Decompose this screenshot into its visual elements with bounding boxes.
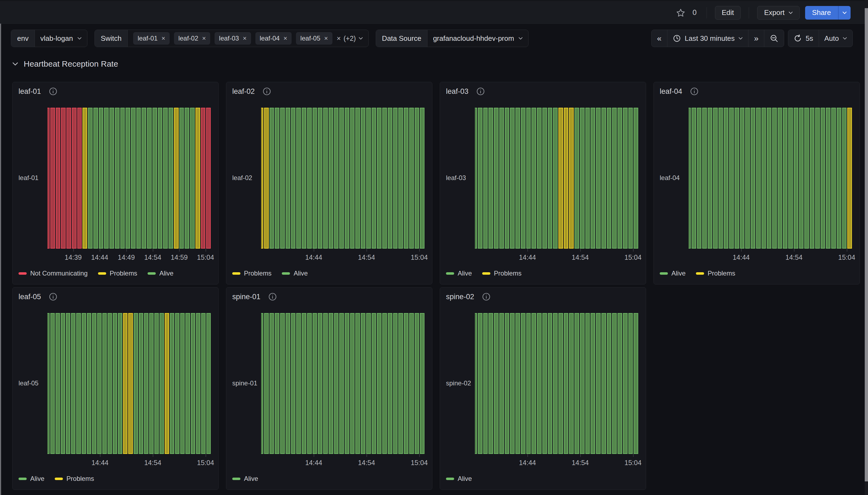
switch-chip[interactable]: leaf-02× xyxy=(174,32,210,45)
status-bar[interactable] xyxy=(515,108,520,249)
status-bar[interactable] xyxy=(102,313,107,454)
status-bar[interactable] xyxy=(285,313,290,454)
status-bar[interactable] xyxy=(115,108,119,249)
status-bar[interactable] xyxy=(799,108,804,249)
status-bar[interactable] xyxy=(499,108,504,249)
status-bar[interactable] xyxy=(61,313,65,454)
zoom-out-button[interactable] xyxy=(764,30,784,47)
switch-more-values[interactable]: × (+2) xyxy=(337,34,363,43)
status-bar[interactable] xyxy=(350,313,355,454)
export-button[interactable]: Export xyxy=(757,6,799,20)
status-bar[interactable] xyxy=(123,313,127,454)
status-bar[interactable] xyxy=(280,313,285,454)
status-bar[interactable] xyxy=(483,313,488,454)
star-icon[interactable] xyxy=(674,6,687,19)
status-bar[interactable] xyxy=(756,108,761,249)
status-bar[interactable] xyxy=(118,313,122,454)
status-bar[interactable] xyxy=(489,313,493,454)
status-bar[interactable] xyxy=(144,313,148,454)
status-bar[interactable] xyxy=(596,108,601,249)
status-bar[interactable] xyxy=(339,313,344,454)
status-bar[interactable] xyxy=(548,108,553,249)
status-bar[interactable] xyxy=(131,108,135,249)
status-bar[interactable] xyxy=(404,313,408,454)
info-icon[interactable] xyxy=(476,87,485,96)
status-bar[interactable] xyxy=(50,108,55,249)
status-bar[interactable] xyxy=(735,108,739,249)
status-bar[interactable] xyxy=(329,108,333,249)
status-bar[interactable] xyxy=(494,108,498,249)
status-bar[interactable] xyxy=(393,108,398,249)
status-bar[interactable] xyxy=(618,313,622,454)
status-bar[interactable] xyxy=(170,313,174,454)
status-bar[interactable] xyxy=(264,313,269,454)
status-bar[interactable] xyxy=(602,108,606,249)
status-bar[interactable] xyxy=(366,313,371,454)
status-bar[interactable] xyxy=(179,108,184,249)
status-bar[interactable] xyxy=(574,108,579,249)
status-bar[interactable] xyxy=(201,108,206,249)
status-bar[interactable] xyxy=(275,313,279,454)
status-bar[interactable] xyxy=(708,108,712,249)
status-bar[interactable] xyxy=(558,108,563,249)
status-bar[interactable] xyxy=(729,108,734,249)
status-bar[interactable] xyxy=(821,108,825,249)
status-bar[interactable] xyxy=(564,108,569,249)
status-bar[interactable] xyxy=(168,108,173,249)
panel-header[interactable]: spine-01 xyxy=(232,292,277,301)
status-bar[interactable] xyxy=(149,313,153,454)
status-bar[interactable] xyxy=(350,108,355,249)
status-history-chart[interactable]: 14:4414:5415:04 xyxy=(47,313,211,454)
status-history-chart[interactable]: 14:4414:5415:04 xyxy=(261,313,424,454)
status-bar[interactable] xyxy=(377,313,381,454)
status-bar[interactable] xyxy=(165,313,169,454)
env-variable-value[interactable]: vlab-logan xyxy=(35,30,87,47)
status-bar[interactable] xyxy=(142,108,146,249)
status-bar[interactable] xyxy=(318,108,322,249)
status-bar[interactable] xyxy=(280,108,285,249)
info-icon[interactable] xyxy=(482,292,491,301)
status-bar[interactable] xyxy=(285,108,290,249)
panel-header[interactable]: leaf-02 xyxy=(232,87,271,96)
legend-item[interactable]: Problems xyxy=(696,270,735,277)
legend-item[interactable]: Alive xyxy=(232,475,258,482)
status-bar[interactable] xyxy=(329,313,333,454)
clear-all-icon[interactable]: × xyxy=(337,34,341,43)
status-bar[interactable] xyxy=(847,108,852,249)
panel-header[interactable]: leaf-05 xyxy=(18,292,58,301)
status-bar[interactable] xyxy=(345,108,349,249)
status-bar[interactable] xyxy=(185,108,189,249)
status-history-chart[interactable]: 14:4414:5415:04 xyxy=(475,313,638,454)
status-bar[interactable] xyxy=(66,313,70,454)
status-bar[interactable] xyxy=(291,313,296,454)
status-history-chart[interactable]: 14:4414:5415:04 xyxy=(261,108,424,249)
scrollbar-thumb[interactable] xyxy=(865,8,868,481)
status-bar[interactable] xyxy=(499,313,504,454)
status-bar[interactable] xyxy=(713,108,718,249)
status-bar[interactable] xyxy=(82,108,87,249)
status-bar[interactable] xyxy=(382,108,387,249)
status-bar[interactable] xyxy=(77,108,82,249)
info-icon[interactable] xyxy=(690,87,699,96)
status-bar[interactable] xyxy=(126,108,130,249)
status-bar[interactable] xyxy=(388,108,392,249)
status-bar[interactable] xyxy=(607,313,611,454)
status-bar[interactable] xyxy=(175,313,179,454)
status-bar[interactable] xyxy=(56,108,61,249)
status-bar[interactable] xyxy=(296,313,301,454)
switch-variable-value[interactable]: leaf-01×leaf-02×leaf-03×leaf-04×leaf-05×… xyxy=(128,30,368,47)
status-bar[interactable] xyxy=(345,313,349,454)
status-bar[interactable] xyxy=(339,108,344,249)
legend-item[interactable]: Alive xyxy=(18,475,44,482)
legend-item[interactable]: Alive xyxy=(660,270,686,277)
status-bar[interactable] xyxy=(585,313,590,454)
status-bar[interactable] xyxy=(689,108,691,249)
status-bar[interactable] xyxy=(515,313,520,454)
status-bar[interactable] xyxy=(521,108,525,249)
status-bar[interactable] xyxy=(542,108,547,249)
switch-chip[interactable]: leaf-05× xyxy=(296,32,332,45)
status-history-chart[interactable]: 14:3914:4414:4914:5414:5915:04 xyxy=(47,108,211,249)
status-bar[interactable] xyxy=(104,108,109,249)
legend-item[interactable]: Alive xyxy=(446,475,472,482)
status-bar[interactable] xyxy=(302,108,306,249)
